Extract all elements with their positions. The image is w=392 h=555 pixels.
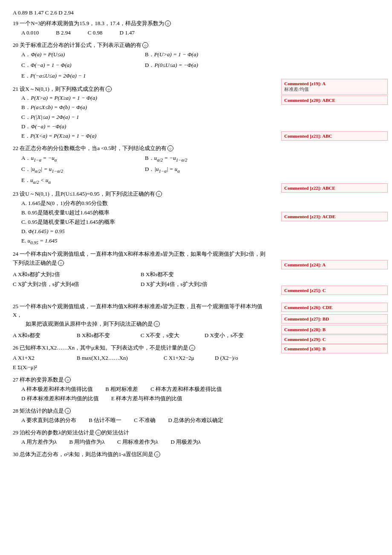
q26-circle: ○ — [189, 345, 195, 351]
comment-z19-body: 标准差/均值 — [284, 86, 385, 92]
q21-circle: ○ — [106, 86, 112, 92]
q20-text: 关于标准正态分布的计算公式，下列表示正确的有○ — [20, 42, 148, 48]
top-row: A 0.89 B 1.47 C 2.6 D 2.94 — [13, 9, 268, 17]
q21-number: 21 — [13, 86, 20, 92]
q29-options: A 用方差作为λ B 用均值作为λ C 用标准差作为λ D 用极差为λ — [21, 437, 268, 447]
top-text: A 0.89 B 1.47 C 2.6 D 2.94 — [13, 9, 74, 16]
q23-c: C. 0.95是随机变量U不超过1.645的概率 — [21, 217, 268, 227]
q27-a: A 样本极差和样本均值得比值 — [21, 386, 104, 392]
comment-z19-title: Commented [z19]: A — [284, 81, 385, 86]
q28-text: 28 矩法估计的缺点是○ — [13, 408, 71, 414]
q28-b: B 估计不唯一 — [89, 417, 133, 423]
q22-b: B．uα/2 = −u1−α/2 — [145, 153, 268, 164]
q20-circle: ○ — [142, 42, 148, 48]
q26-a: A X1+X2 — [13, 353, 77, 363]
q23-circle: ○ — [156, 191, 162, 197]
comment-z19-answer: A — [322, 81, 326, 86]
q23-text: 设U～N(0,1)，且P(U≤1.645)=0.95，则下列说法正确的有○ — [20, 191, 161, 197]
q27-c: C 样本方差和样本极差得比值 — [150, 386, 222, 392]
q25-text: 25 一个样本由N个观测值组成，一直样本均值X和样本标准差s皆为正数，且有一个观… — [13, 302, 268, 320]
q23-b: B. 0.95是随机变量U超过1.645的概率 — [21, 208, 268, 217]
q25-d: D X变小，s不变 — [205, 330, 268, 340]
comment-z28-answer: B — [323, 327, 326, 332]
q21-options: A．P(X>a) = P(X≥a) = 1 − Φ(a) B．P(a≤X≤b) … — [21, 93, 268, 140]
comment-z21-title: Commented [z21]: ABC — [284, 133, 385, 139]
q28-options: A 要求直到总体的分布 B 估计不唯一 C 不准确 D 总体的分布难以确定 — [21, 416, 268, 425]
q24-options: A X和s都扩大到2倍 B X和s都不变 C X扩大到2倍，s扩大到4倍 D X… — [13, 269, 268, 289]
q28-circle: ○ — [65, 408, 71, 414]
q28-a: A 要求直到总体的分布 — [21, 417, 87, 423]
q27-options: A 样本极差和样本均值得比值 B 相对标准差 C 样本方差和样本极差得比值 D … — [21, 384, 268, 403]
q19-circle: ○ — [165, 20, 171, 26]
comment-z29-answer: C — [323, 337, 326, 342]
comment-z27-title: Commented [z27]: BD — [284, 316, 385, 321]
comment-z25: Commented [z25]: C — [281, 286, 388, 295]
comment-z26: Commented [z26]: CDE — [281, 303, 388, 312]
page: A 0.89 B 1.47 C 2.6 D 2.94 19 一个N=3的样本观测… — [0, 0, 392, 555]
q19-d: D 1.47 — [120, 28, 135, 38]
comment-z30-title: Commented [z30]: B — [284, 346, 385, 351]
q25-c: C X不变，s变大 — [141, 330, 205, 340]
q27-e: E 样本方差与样本均值的比值 — [111, 395, 182, 402]
question-29: 29 泊松分布的参数λ的矩法估计是○的矩法估计 A 用方差作为λ B 用均值作为… — [13, 428, 268, 447]
q23-e: E. u0.95 = 1.645 — [21, 236, 268, 246]
q30-text: 30 总体为正态分布，σ²未知，则总体均值的1-a置信区间是○ — [13, 451, 160, 457]
comment-z20-title: Commented [z20]: ABCE — [284, 98, 385, 103]
q20-e: E．P(−a≤U≤a) = 2Φ(a) − 1 — [21, 71, 268, 81]
question-28: 28 矩法估计的缺点是○ A 要求直到总体的分布 B 估计不唯一 C 不准确 D… — [13, 407, 268, 425]
q26-b: B max(X1,X2……Xn) — [77, 353, 164, 363]
comment-z30-answer: B — [323, 346, 326, 351]
comment-z23-answer: ACDE — [322, 214, 335, 219]
q24-c: C X扩大到2倍，s扩大到4倍 — [13, 279, 141, 289]
q22-circle: ○ — [167, 145, 173, 151]
q29-a: A 用方差作为λ — [21, 439, 68, 445]
question-26: 26 已知样本X1,X2……Xn，其中μ未知。下列表达式中，不是统计量的是○ A… — [13, 344, 268, 372]
q23-a: A. 1.645是N(0，1)分布的0.95分位数 — [21, 199, 268, 208]
question-20: 20 关于标准正态分布的计算公式，下列表示正确的有○ A．Φ(a) = P(U≤… — [13, 41, 268, 81]
q24-text: 24 一个样本由N个观测值组成，一直样本均值X和样本标准差s皆为正数，如果每个观… — [13, 250, 268, 268]
comment-z27-answer: BD — [323, 316, 329, 321]
q22-a: A．u1−α = −uα — [21, 153, 145, 164]
question-30: 30 总体为正态分布，σ²未知，则总体均值的1-a置信区间是○ — [13, 450, 268, 459]
question-24: 24 一个样本由N个观测值组成，一直样本均值X和样本标准差s皆为正数，如果每个观… — [13, 250, 268, 289]
q19-a: A 0.010 — [21, 28, 39, 38]
q21-e: E．P(X<a) = P(X≥a) = 1 − Φ(a) — [21, 131, 268, 141]
q19-number: 19 — [13, 20, 20, 26]
comment-z26-answer: CDE — [323, 305, 332, 310]
q20-d: D．P(0≤U≤a) = −Φ(a) — [145, 60, 268, 71]
q27-d: D 样本标准差和样本均值的比值 — [21, 395, 110, 402]
q29-circle: ○ — [95, 430, 101, 436]
q25-circle: ○ — [154, 321, 160, 327]
q20-options: A．Φ(a) = P(U≤a) B．P(U>a) = 1 − Φ(a) C．Φ(… — [21, 49, 268, 81]
q21-c: C．P(|X|≤a) = 2Φ(a) − 1 — [21, 113, 268, 122]
q19-text: 一个N=3的样本观测值为15.9，18.3，17.4，样品变异系数为○ — [20, 20, 170, 26]
q20-c: C．Φ(−a) = 1 − Φ(a) — [21, 60, 145, 71]
q26-c: C X1+X2−2μ — [164, 353, 215, 363]
q21-text: 设X～N(0,1)，则下列格式成立的有○ — [20, 86, 112, 92]
q21-d: D．Φ(−a) = −Φ(a) — [21, 122, 268, 131]
q24-d: D X扩大到4倍，s扩大到2倍 — [141, 279, 268, 289]
comment-z23: Commented [z23]: ACDE — [281, 212, 388, 221]
spacer-24-25 — [13, 293, 268, 300]
comment-z24-title: Commented [z24]: A — [284, 262, 385, 267]
q27-b: B 相对标准差 — [105, 386, 149, 392]
q22-c: C．|uα/2| = u1−α/2 — [21, 164, 145, 175]
comment-z28: Commented [z28]: B — [281, 325, 388, 334]
q29-d: D 用极差为λ — [170, 439, 201, 445]
comment-z26-title: Commented [z26]: CDE — [284, 305, 385, 310]
question-27: 27 样本的变异系数是○ A 样本极差和样本均值得比值 B 相对标准差 C 样本… — [13, 376, 268, 403]
comment-z29-title: Commented [z29]: C — [284, 337, 385, 342]
comment-z29: Commented [z29]: C — [281, 335, 388, 344]
question-25: 25 一个样本由N个观测值组成，一直样本均值X和样本标准差s皆为正数，且有一个观… — [13, 302, 268, 341]
q26-text: 26 已知样本X1,X2……Xn，其中μ未知。下列表达式中，不是统计量的是○ — [13, 344, 268, 353]
q19-c: C 0.98 — [88, 28, 103, 38]
q29-b: B 用均值作为λ — [69, 439, 115, 445]
q30-circle: ○ — [154, 451, 160, 457]
q26-options: A X1+X2 B max(X1,X2……Xn) C X1+X2−2μ D (X… — [13, 353, 268, 363]
question-19: 19 一个N=3的样本观测值为15.9，18.3，17.4，样品变异系数为○ A… — [13, 19, 268, 38]
comment-z19: Commented [z19]: A 标准差/均值 — [281, 79, 388, 95]
q25-a: A X和s都变 — [13, 330, 77, 340]
comment-z25-answer: C — [323, 288, 326, 293]
q27-circle: ○ — [65, 377, 71, 383]
q23-number: 23 — [13, 191, 20, 197]
